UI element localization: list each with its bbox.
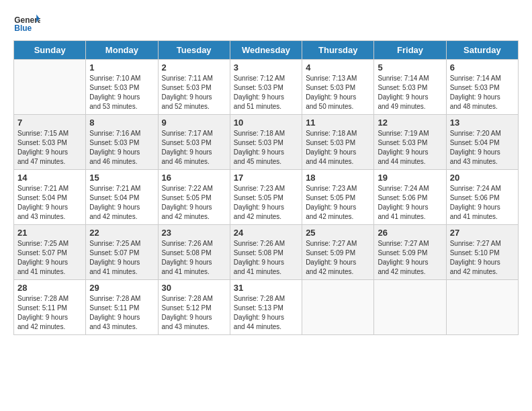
calendar-cell: 3Sunrise: 7:12 AM Sunset: 5:03 PM Daylig… (230, 60, 302, 115)
calendar: SundayMondayTuesdayWednesdayThursdayFrid… (13, 40, 519, 335)
calendar-cell: 23Sunrise: 7:26 AM Sunset: 5:08 PM Dayli… (158, 225, 230, 280)
day-info: Sunrise: 7:21 AM Sunset: 5:04 PM Dayligh… (89, 184, 154, 222)
day-info: Sunrise: 7:25 AM Sunset: 5:07 PM Dayligh… (17, 239, 82, 277)
day-info: Sunrise: 7:24 AM Sunset: 5:06 PM Dayligh… (378, 184, 442, 222)
day-info: Sunrise: 7:27 AM Sunset: 5:09 PM Dayligh… (378, 239, 442, 277)
day-info: Sunrise: 7:11 AM Sunset: 5:03 PM Dayligh… (162, 74, 226, 111)
day-number: 16 (162, 173, 226, 183)
day-info: Sunrise: 7:18 AM Sunset: 5:03 PM Dayligh… (234, 129, 298, 167)
day-info: Sunrise: 7:15 AM Sunset: 5:03 PM Dayligh… (17, 129, 82, 167)
day-number: 27 (450, 228, 515, 238)
calendar-cell: 25Sunrise: 7:27 AM Sunset: 5:09 PM Dayli… (302, 225, 374, 280)
calendar-cell: 7Sunrise: 7:15 AM Sunset: 5:03 PM Daylig… (14, 115, 86, 170)
day-info: Sunrise: 7:24 AM Sunset: 5:06 PM Dayligh… (450, 184, 515, 222)
calendar-week-row: 21Sunrise: 7:25 AM Sunset: 5:07 PM Dayli… (14, 225, 519, 280)
day-header-sunday: Sunday (14, 41, 86, 60)
day-header-thursday: Thursday (302, 41, 374, 60)
day-number: 6 (450, 62, 515, 73)
calendar-cell: 19Sunrise: 7:24 AM Sunset: 5:06 PM Dayli… (374, 170, 446, 225)
day-number: 8 (89, 118, 154, 128)
day-number: 10 (234, 118, 298, 128)
day-info: Sunrise: 7:26 AM Sunset: 5:08 PM Dayligh… (234, 239, 298, 277)
day-info: Sunrise: 7:28 AM Sunset: 5:11 PM Dayligh… (17, 294, 82, 332)
day-number: 17 (234, 173, 298, 183)
calendar-cell (374, 280, 446, 335)
day-number: 4 (306, 62, 370, 73)
day-info: Sunrise: 7:16 AM Sunset: 5:03 PM Dayligh… (89, 129, 154, 167)
day-info: Sunrise: 7:19 AM Sunset: 5:03 PM Dayligh… (378, 129, 442, 167)
day-info: Sunrise: 7:28 AM Sunset: 5:12 PM Dayligh… (162, 294, 226, 332)
calendar-cell: 1Sunrise: 7:10 AM Sunset: 5:03 PM Daylig… (86, 60, 158, 115)
day-number: 9 (162, 118, 226, 128)
day-info: Sunrise: 7:20 AM Sunset: 5:04 PM Dayligh… (450, 129, 515, 167)
calendar-cell (446, 280, 518, 335)
day-info: Sunrise: 7:27 AM Sunset: 5:10 PM Dayligh… (450, 239, 515, 277)
svg-text:Blue: Blue (14, 24, 32, 33)
calendar-cell: 11Sunrise: 7:18 AM Sunset: 5:03 PM Dayli… (302, 115, 374, 170)
day-header-tuesday: Tuesday (158, 41, 230, 60)
day-info: Sunrise: 7:23 AM Sunset: 5:05 PM Dayligh… (306, 184, 370, 222)
day-number: 22 (89, 228, 154, 238)
calendar-cell: 31Sunrise: 7:28 AM Sunset: 5:13 PM Dayli… (230, 280, 302, 335)
day-number: 2 (162, 62, 226, 73)
day-info: Sunrise: 7:21 AM Sunset: 5:04 PM Dayligh… (17, 184, 82, 222)
day-info: Sunrise: 7:12 AM Sunset: 5:03 PM Dayligh… (234, 74, 298, 111)
day-number: 26 (378, 228, 442, 238)
day-info: Sunrise: 7:26 AM Sunset: 5:08 PM Dayligh… (162, 239, 226, 277)
day-number: 15 (89, 173, 154, 183)
calendar-cell: 14Sunrise: 7:21 AM Sunset: 5:04 PM Dayli… (14, 170, 86, 225)
calendar-cell: 15Sunrise: 7:21 AM Sunset: 5:04 PM Dayli… (86, 170, 158, 225)
day-number: 18 (306, 173, 370, 183)
day-number: 13 (450, 118, 515, 128)
day-number: 11 (306, 118, 370, 128)
day-info: Sunrise: 7:28 AM Sunset: 5:11 PM Dayligh… (89, 294, 154, 332)
calendar-cell: 4Sunrise: 7:13 AM Sunset: 5:03 PM Daylig… (302, 60, 374, 115)
day-number: 23 (162, 228, 226, 238)
day-info: Sunrise: 7:27 AM Sunset: 5:09 PM Dayligh… (306, 239, 370, 277)
day-info: Sunrise: 7:28 AM Sunset: 5:13 PM Dayligh… (234, 294, 298, 332)
day-info: Sunrise: 7:18 AM Sunset: 5:03 PM Dayligh… (306, 129, 370, 167)
calendar-cell: 21Sunrise: 7:25 AM Sunset: 5:07 PM Dayli… (14, 225, 86, 280)
day-number: 12 (378, 118, 442, 128)
calendar-cell: 6Sunrise: 7:14 AM Sunset: 5:03 PM Daylig… (446, 60, 518, 115)
calendar-cell: 5Sunrise: 7:14 AM Sunset: 5:03 PM Daylig… (374, 60, 446, 115)
day-header-wednesday: Wednesday (230, 41, 302, 60)
calendar-cell: 30Sunrise: 7:28 AM Sunset: 5:12 PM Dayli… (158, 280, 230, 335)
day-number: 5 (378, 62, 442, 73)
day-number: 30 (162, 283, 226, 293)
calendar-cell: 27Sunrise: 7:27 AM Sunset: 5:10 PM Dayli… (446, 225, 518, 280)
calendar-cell: 20Sunrise: 7:24 AM Sunset: 5:06 PM Dayli… (446, 170, 518, 225)
calendar-cell: 13Sunrise: 7:20 AM Sunset: 5:04 PM Dayli… (446, 115, 518, 170)
day-info: Sunrise: 7:23 AM Sunset: 5:05 PM Dayligh… (234, 184, 298, 222)
day-number: 21 (17, 228, 82, 238)
day-number: 19 (378, 173, 442, 183)
calendar-week-row: 7Sunrise: 7:15 AM Sunset: 5:03 PM Daylig… (14, 115, 519, 170)
calendar-cell: 18Sunrise: 7:23 AM Sunset: 5:05 PM Dayli… (302, 170, 374, 225)
day-number: 3 (234, 62, 298, 73)
day-number: 20 (450, 173, 515, 183)
day-number: 24 (234, 228, 298, 238)
day-info: Sunrise: 7:10 AM Sunset: 5:03 PM Dayligh… (89, 74, 154, 111)
calendar-week-row: 28Sunrise: 7:28 AM Sunset: 5:11 PM Dayli… (14, 280, 519, 335)
calendar-cell: 12Sunrise: 7:19 AM Sunset: 5:03 PM Dayli… (374, 115, 446, 170)
day-number: 14 (17, 173, 82, 183)
header: General Blue (13, 13, 519, 34)
day-info: Sunrise: 7:14 AM Sunset: 5:03 PM Dayligh… (450, 74, 515, 111)
day-header-saturday: Saturday (446, 41, 518, 60)
calendar-cell: 17Sunrise: 7:23 AM Sunset: 5:05 PM Dayli… (230, 170, 302, 225)
calendar-cell: 29Sunrise: 7:28 AM Sunset: 5:11 PM Dayli… (86, 280, 158, 335)
day-number: 31 (234, 283, 298, 293)
calendar-cell: 2Sunrise: 7:11 AM Sunset: 5:03 PM Daylig… (158, 60, 230, 115)
calendar-cell: 26Sunrise: 7:27 AM Sunset: 5:09 PM Dayli… (374, 225, 446, 280)
calendar-week-row: 14Sunrise: 7:21 AM Sunset: 5:04 PM Dayli… (14, 170, 519, 225)
day-number: 29 (89, 283, 154, 293)
day-number: 25 (306, 228, 370, 238)
calendar-cell: 8Sunrise: 7:16 AM Sunset: 5:03 PM Daylig… (86, 115, 158, 170)
day-header-monday: Monday (86, 41, 158, 60)
day-number: 28 (17, 283, 82, 293)
day-info: Sunrise: 7:14 AM Sunset: 5:03 PM Dayligh… (378, 74, 442, 111)
calendar-cell: 22Sunrise: 7:25 AM Sunset: 5:07 PM Dayli… (86, 225, 158, 280)
day-number: 1 (89, 62, 154, 73)
calendar-cell: 24Sunrise: 7:26 AM Sunset: 5:08 PM Dayli… (230, 225, 302, 280)
calendar-cell: 10Sunrise: 7:18 AM Sunset: 5:03 PM Dayli… (230, 115, 302, 170)
